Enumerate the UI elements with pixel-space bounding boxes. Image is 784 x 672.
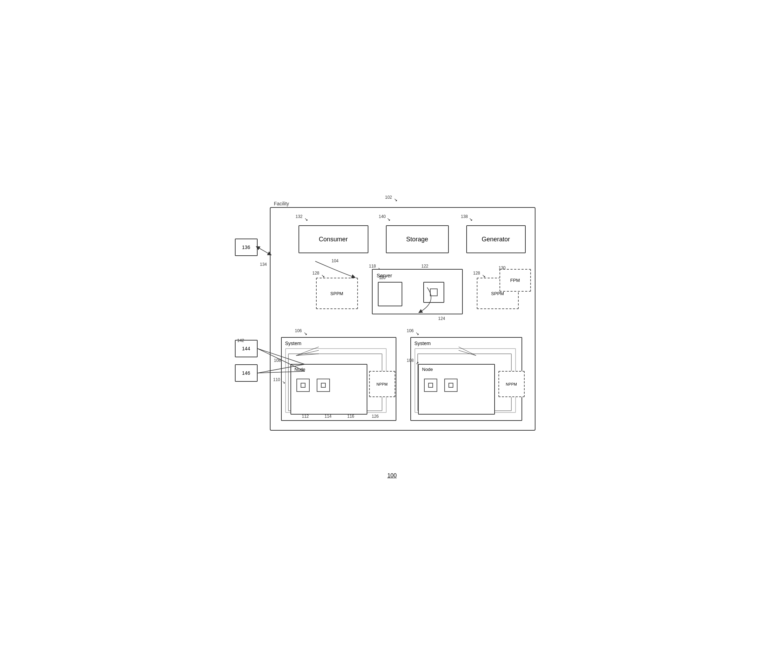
generator-box: Generator xyxy=(466,225,526,253)
tiny-sq-2 xyxy=(321,383,326,388)
ext-144-label: 144 xyxy=(242,346,250,351)
ref-110: 110 xyxy=(273,377,280,382)
nppm-box-left: NPPM xyxy=(369,371,395,397)
ref-130-label: 130 xyxy=(499,265,506,270)
facility-label: Facility xyxy=(274,201,289,206)
sppm-box-left: SPPM xyxy=(316,278,358,309)
ref-116: 116 xyxy=(347,414,355,419)
sppm-left-label: SPPM xyxy=(330,291,343,296)
fpm-box: FPM xyxy=(499,269,531,292)
ref-106-left-label: 106 xyxy=(295,328,302,333)
ref-114: 114 xyxy=(325,414,332,419)
svg-line-0 xyxy=(258,247,270,254)
diagram: 102 ↘ Facility 132 ↘ 140 ↘ 138 ↘ Consume… xyxy=(235,193,549,466)
server-box: Server 120 xyxy=(372,269,463,314)
node-sq-left-2 xyxy=(317,379,330,392)
system-box-right: System Node NPPM xyxy=(410,337,522,421)
node-box-left: Node xyxy=(291,364,367,414)
server-small-sq xyxy=(430,289,438,296)
ext-136-label: 136 xyxy=(242,245,250,250)
fpm-label: FPM xyxy=(510,278,520,283)
nppm-box-right: NPPM xyxy=(498,371,525,397)
server-inner-box-122 xyxy=(423,282,444,303)
ref-122: 122 xyxy=(422,264,429,268)
tiny-sq-1 xyxy=(300,383,305,388)
ref-128-left-label: 128 xyxy=(313,271,319,276)
node-sq-right-2 xyxy=(444,379,457,392)
ref-104: 104 xyxy=(332,258,339,263)
ref-134-label: 134 xyxy=(260,262,267,267)
figure-label: 100 xyxy=(387,473,397,479)
ref-140: 140 xyxy=(379,214,386,219)
node-box-right: Node xyxy=(418,364,495,414)
ref-128-right-label: 128 xyxy=(473,271,480,276)
ref-118: 118 xyxy=(369,264,376,268)
ext-box-146: 146 xyxy=(235,364,258,382)
ref-124-label: 124 xyxy=(438,316,445,321)
system-left-label: System xyxy=(285,341,302,346)
node-left-label: Node xyxy=(295,367,305,372)
server-inner-box-120: 120 xyxy=(378,282,402,306)
ref-108-left: 108 xyxy=(274,358,281,363)
node-sq-left-1 xyxy=(296,379,310,392)
ref-102: 102 xyxy=(385,195,392,200)
consumer-box: Consumer xyxy=(299,225,369,253)
tiny-sq-4 xyxy=(448,383,453,388)
ref-120-label: 120 xyxy=(379,276,386,280)
system-right-label: System xyxy=(415,341,431,346)
storage-label: Storage xyxy=(406,236,428,243)
node-right-label: Node xyxy=(422,367,433,372)
ref-126: 126 xyxy=(372,414,379,419)
ref-106-right-label: 106 xyxy=(407,328,414,333)
ext-box-136: 136 xyxy=(235,239,258,256)
nppm-right-label: NPPM xyxy=(506,382,517,386)
node-inner-right xyxy=(424,379,457,392)
ref-112: 112 xyxy=(302,414,309,419)
ref-132: 132 xyxy=(296,214,303,219)
ref-108-right: 108 xyxy=(407,358,414,363)
consumer-label: Consumer xyxy=(319,236,348,243)
ext-146-label: 146 xyxy=(242,370,250,376)
generator-label: Generator xyxy=(482,236,510,243)
ref-142-label: 142 xyxy=(237,338,244,343)
system-box-left: System Node NPPM xyxy=(281,337,397,421)
facility-box: Facility 132 ↘ 140 ↘ 138 ↘ Consumer Stor… xyxy=(270,207,535,431)
storage-box: Storage xyxy=(386,225,449,253)
tiny-sq-3 xyxy=(428,383,433,388)
nppm-left-label: NPPM xyxy=(376,382,387,386)
node-inner-left xyxy=(296,379,330,392)
node-sq-right-1 xyxy=(424,379,437,392)
ref-138: 138 xyxy=(461,214,468,219)
